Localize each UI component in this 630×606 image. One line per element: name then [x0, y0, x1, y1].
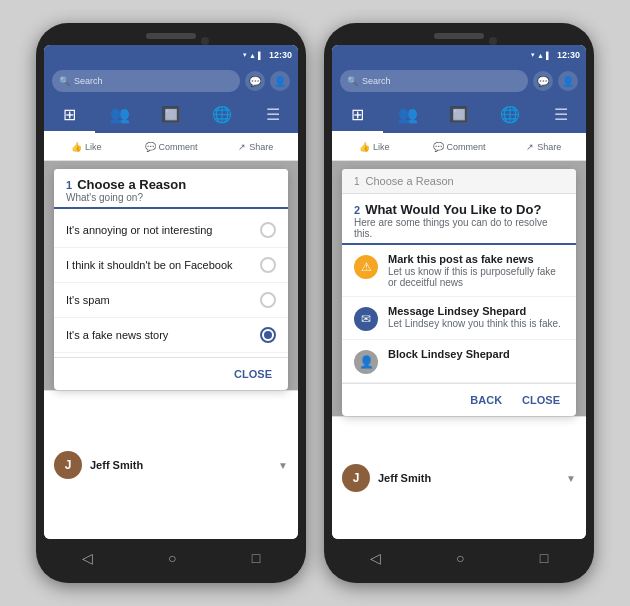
step2-number: 2 [354, 204, 360, 216]
step1-title: Choose a Reason [366, 175, 454, 187]
msg-symbol: ✉ [361, 312, 371, 326]
comment-icon: 💬 [145, 142, 156, 152]
action-text-2: Message Lindsey Shepard Let Lindsey know… [388, 305, 561, 329]
phone-camera-2 [489, 37, 497, 45]
step2-subtitle: Here are some things you can do to resol… [354, 217, 564, 239]
search-placeholder: Search [74, 76, 103, 86]
like-icon-2: 👍 [359, 142, 370, 152]
action-item-1[interactable]: ⚠ Mark this post as fake news Let us kno… [342, 245, 576, 297]
share-button[interactable]: ↗ Share [213, 142, 298, 152]
action-item-3[interactable]: 👤 Block Lindsey Shepard [342, 340, 576, 383]
comment-button-2[interactable]: 💬 Comment [417, 142, 502, 152]
back-hw-button-2[interactable]: ◁ [370, 550, 381, 566]
action-bar-2: 👍 Like 💬 Comment ↗ Share [332, 133, 586, 161]
share-label-2: Share [537, 142, 561, 152]
like-label-2: Like [373, 142, 390, 152]
nav-globe-2[interactable]: 🌐 [484, 97, 535, 133]
recents-hw-button[interactable]: □ [252, 550, 260, 566]
wifi-icon-2: ▾ [531, 51, 535, 59]
nav-bar: ⊞ 👥 🔲 🌐 ☰ [44, 97, 298, 133]
modal-card-2: 1 Choose a Reason 2 What Would You Like … [342, 169, 576, 416]
close-button-1[interactable]: CLOSE [230, 366, 276, 382]
modal-footer-1: CLOSE [54, 357, 288, 390]
status-bar-2: ▾ ▲ ▌ 12:30 [332, 45, 586, 65]
comment-label: Comment [159, 142, 198, 152]
status-time: 12:30 [269, 50, 292, 60]
nav-pages-2[interactable]: 🔲 [434, 97, 485, 133]
like-button[interactable]: 👍 Like [44, 142, 129, 152]
close-button-2[interactable]: CLOSE [518, 392, 564, 408]
avatar-2: J [342, 464, 370, 492]
action-desc-2: Let Lindsey know you think this is fake. [388, 318, 561, 329]
like-label: Like [85, 142, 102, 152]
radio-item-1[interactable]: It's annoying or not interesting [54, 213, 288, 248]
phone-2: ▾ ▲ ▌ 12:30 🔍 Search 💬 👤 ⊞ 👥 🔲 🌐 ☰ [324, 23, 594, 583]
action-text-3: Block Lindsey Shepard [388, 348, 510, 360]
home-hw-button-2[interactable]: ○ [456, 550, 464, 566]
step-title: Choose a Reason [77, 177, 186, 192]
friends-icon[interactable]: 👤 [270, 71, 290, 91]
user-name-1: Jeff Smith [90, 459, 143, 471]
status-icons: ▾ ▲ ▌ [243, 51, 263, 59]
search-icon-2: 🔍 [347, 76, 358, 86]
radio-item-3[interactable]: It's spam [54, 283, 288, 318]
search-bar[interactable]: 🔍 Search [52, 70, 240, 92]
like-button-2[interactable]: 👍 Like [332, 142, 417, 152]
warning-icon: ⚠ [354, 255, 378, 279]
radio-circle-2[interactable] [260, 257, 276, 273]
home-hw-button[interactable]: ○ [168, 550, 176, 566]
comment-button[interactable]: 💬 Comment [129, 142, 214, 152]
avatar-1: J [54, 451, 82, 479]
feed-preview-1: J Jeff Smith ▼ [44, 390, 298, 539]
radio-label-2: I think it shouldn't be on Facebook [66, 259, 233, 271]
radio-label-4: It's a fake news story [66, 329, 168, 341]
action-list: ⚠ Mark this post as fake news Let us kno… [342, 245, 576, 383]
phone-speaker-2 [434, 33, 484, 39]
search-icon: 🔍 [59, 76, 70, 86]
nav-pages[interactable]: 🔲 [146, 97, 197, 133]
messenger-icon-2[interactable]: 💬 [533, 71, 553, 91]
modal-overlay-2: 1 Choose a Reason 2 What Would You Like … [332, 161, 586, 416]
action-text-1: Mark this post as fake news Let us know … [388, 253, 564, 288]
search-placeholder-2: Search [362, 76, 391, 86]
back-hw-button[interactable]: ◁ [82, 550, 93, 566]
radio-label-3: It's spam [66, 294, 110, 306]
phone-1: ▾ ▲ ▌ 12:30 🔍 Search 💬 👤 ⊞ 👥 🔲 🌐 ☰ [36, 23, 306, 583]
search-bar-2[interactable]: 🔍 Search [340, 70, 528, 92]
nav-home-2[interactable]: ⊞ [332, 97, 383, 133]
radio-circle-3[interactable] [260, 292, 276, 308]
comment-label-2: Comment [447, 142, 486, 152]
back-button[interactable]: BACK [466, 392, 506, 408]
nav-bar-2: ⊞ 👥 🔲 🌐 ☰ [332, 97, 586, 133]
radio-item-2[interactable]: I think it shouldn't be on Facebook [54, 248, 288, 283]
step-number: 1 [66, 179, 72, 191]
status-icons-2: ▾ ▲ ▌ [531, 51, 551, 59]
nav-menu-2[interactable]: ☰ [535, 97, 586, 133]
nav-friends-2[interactable]: 👥 [383, 97, 434, 133]
action-title-1: Mark this post as fake news [388, 253, 564, 265]
radio-circle-1[interactable] [260, 222, 276, 238]
phone-camera [201, 37, 209, 45]
radio-circle-4[interactable] [260, 327, 276, 343]
friends-icon-2[interactable]: 👤 [558, 71, 578, 91]
like-icon: 👍 [71, 142, 82, 152]
radio-item-4[interactable]: It's a fake news story [54, 318, 288, 353]
nav-menu[interactable]: ☰ [247, 97, 298, 133]
battery-icon-2: ▌ [546, 52, 551, 59]
share-label: Share [249, 142, 273, 152]
radio-label-1: It's annoying or not interesting [66, 224, 212, 236]
chevron-down-icon: ▼ [278, 460, 288, 471]
nav-friends[interactable]: 👥 [95, 97, 146, 133]
modal-footer-2: BACK CLOSE [342, 383, 576, 416]
fb-header: 🔍 Search 💬 👤 [44, 65, 298, 97]
action-item-2[interactable]: ✉ Message Lindsey Shepard Let Lindsey kn… [342, 297, 576, 340]
recents-hw-button-2[interactable]: □ [540, 550, 548, 566]
status-bar: ▾ ▲ ▌ 12:30 [44, 45, 298, 65]
messenger-icon[interactable]: 💬 [245, 71, 265, 91]
share-icon: ↗ [238, 142, 246, 152]
nav-home[interactable]: ⊞ [44, 97, 95, 133]
nav-globe[interactable]: 🌐 [196, 97, 247, 133]
modal-card-1: 1 Choose a Reason What's going on? It's … [54, 169, 288, 390]
share-button-2[interactable]: ↗ Share [501, 142, 586, 152]
step1-num: 1 [354, 176, 360, 187]
